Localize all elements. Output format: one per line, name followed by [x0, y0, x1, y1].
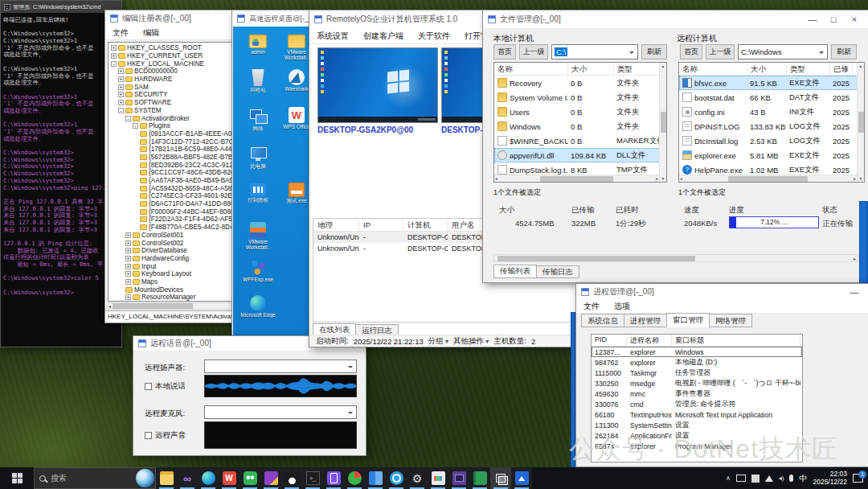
filemgr-titlebar[interactable]: 文件管理@[-_00] — □ × [483, 10, 868, 28]
registry-tree-item[interactable]: +BCD00000000 [108, 68, 242, 76]
registry-tree-item[interactable]: {F00006F2-44BC-44EF-808B-B28... [108, 208, 242, 216]
menu-item[interactable]: 选项 [607, 301, 637, 312]
column-header[interactable]: 已修 [830, 63, 853, 75]
tree-expand-icon[interactable]: + [118, 76, 124, 82]
window-switcher-icon[interactable] [490, 467, 511, 489]
registry-tree-item[interactable]: {F22D2A32-F1F4-4D62-AF5E-E5... [108, 216, 242, 224]
desktop-icon[interactable]: 回收站 [240, 69, 276, 92]
column-header[interactable]: 名称 [494, 63, 568, 75]
registry-tree-item[interactable]: {AA67AF38-4AE0-4B49-BA56-AD... [108, 177, 242, 185]
file-row[interactable]: bootstat.dat66 KBDAT文件2025 [679, 90, 864, 105]
file-explorer-icon[interactable] [156, 467, 177, 489]
tree-expand-icon[interactable]: + [125, 264, 131, 269]
registry-tree-item[interactable]: {D6AC71F0-D4A7-41DD-88C4-B... [108, 200, 242, 208]
remote-mic-select[interactable] [204, 405, 357, 419]
menu-item[interactable]: 编辑 [136, 27, 166, 39]
checkbox-icon[interactable] [145, 432, 152, 439]
tree-expand-icon[interactable]: + [111, 53, 117, 59]
terminal-icon[interactable] [302, 467, 323, 489]
column-header[interactable]: 大小 [747, 63, 787, 75]
local-horizontal-scrollbar[interactable]: ◂▸ [494, 175, 659, 182]
registry-tree-item[interactable]: +DriverDatabase [108, 247, 242, 255]
desktop-icon[interactable]: VMware Workstati.. [240, 222, 276, 250]
registry-tree-item[interactable]: +HARDWARE [108, 76, 242, 84]
tree-expand-icon[interactable]: + [125, 240, 131, 246]
remote-file-list[interactable]: 名称大小类型已修 bfsvc.exe91.5 KBEXE文件2025bootst… [678, 62, 865, 183]
remote-desktop-view[interactable]: adminVMware Workstati..回收站Wireshark网络WPS… [233, 27, 320, 364]
registry-tree-item[interactable]: -HKEY_LOCAL_MACHINE [108, 60, 242, 68]
file-row[interactable]: Windows0 B文件夹 [494, 119, 666, 134]
registry-tree-item[interactable]: {17B21A1B-6C59-48E0-A440-6B... [108, 146, 242, 154]
group-dropdown[interactable]: 分组 [428, 336, 448, 347]
minimize-button[interactable]: — [844, 284, 865, 300]
edge-icon[interactable] [198, 467, 219, 489]
registry-tree-item[interactable]: {9CC1CC97-48C6-43DB-8265-4B... [108, 169, 242, 177]
desktop-icon[interactable]: admin [240, 31, 276, 55]
tab-进程管理[interactable]: 进程管理 [624, 314, 667, 327]
tree-expand-icon[interactable]: + [118, 68, 124, 74]
tree-expand-icon[interactable]: + [118, 92, 124, 97]
tree-expand-icon[interactable]: + [118, 84, 124, 90]
visual-studio-icon[interactable] [177, 467, 198, 489]
tab-传输日志[interactable]: 传输日志 [536, 265, 579, 278]
procmgr-titlebar[interactable]: 进程管理@[-_00] — [576, 284, 868, 300]
menu-item[interactable]: 文件 [576, 301, 607, 312]
tree-expand-icon[interactable]: + [125, 232, 131, 238]
ime-pad-icon[interactable] [751, 475, 760, 483]
desktop-icon[interactable]: 网络 [240, 107, 276, 131]
registry-tree-item[interactable]: +ResourceManager [108, 294, 242, 302]
file-row[interactable]: Recovery0 B文件夹 [494, 76, 666, 90]
process-row[interactable]: 66180TextInputHostMicrosoft Text Input A… [592, 409, 802, 420]
local-vertical-scrollbar[interactable]: ▴▾ [659, 63, 666, 182]
maximize-button[interactable]: □ [823, 11, 844, 27]
tab-窗口管理[interactable]: 窗口管理 [666, 313, 710, 327]
photos-icon[interactable] [511, 467, 532, 489]
column-header[interactable]: 名称 [679, 63, 747, 75]
remote-vertical-scrollbar[interactable]: ▴▾ [857, 63, 864, 182]
process-row[interactable]: 984762explorer本地磁盘 (D:) [592, 357, 802, 368]
other-actions-dropdown[interactable]: 其他操作 [453, 336, 489, 347]
tree-expand-icon[interactable]: - [118, 108, 124, 113]
local-talk-checkbox[interactable]: 本地说话 [145, 381, 186, 392]
local-up-button[interactable]: 上一级 [519, 44, 548, 60]
registry-tree-item[interactable]: {AC59432D-8659-48C4-A584-A... [108, 184, 242, 192]
close-button[interactable]: × [844, 11, 865, 27]
menu-item[interactable]: 系统设置 [309, 31, 356, 42]
tray-overflow-icon[interactable]: ∧ [726, 475, 731, 482]
file-row[interactable]: $WINRE_BACKUP...0 BMARKER文件 [494, 134, 666, 148]
microphone-icon[interactable] [789, 475, 793, 482]
tab-系统信息[interactable]: 系统信息 [581, 314, 624, 327]
remote-control-icon[interactable] [386, 467, 407, 489]
file-row[interactable]: explorer.exe5.81 MBEXE文件2025 [679, 148, 864, 162]
display-tray-icon[interactable] [736, 475, 746, 482]
registry-tree-item[interactable]: -Plugins [108, 122, 242, 130]
rdp-titlebar[interactable]: 高速远程桌面@[-_00] [232, 10, 321, 27]
tree-expand-icon[interactable]: + [118, 100, 124, 105]
search-input[interactable]: 搜索 [34, 467, 156, 489]
registry-tree-item[interactable]: +Input [108, 262, 242, 270]
antivirus-icon[interactable] [344, 467, 365, 489]
office-app-icon[interactable] [260, 467, 281, 489]
registry-tree-item[interactable]: -SYSTEM [108, 107, 242, 115]
notebook-icon[interactable] [469, 467, 490, 489]
registry-tree-item[interactable]: {0913ACCF-B1AB-4EEE-A0C7-F4... [108, 130, 242, 138]
column-header[interactable]: 大小 [568, 63, 614, 75]
registry-tree-item[interactable]: +Keyboard Layout [108, 270, 242, 278]
tree-expand-icon[interactable]: - [111, 61, 117, 67]
tree-expand-icon[interactable]: + [125, 248, 131, 253]
minimize-button[interactable]: — [802, 11, 823, 27]
volume-icon[interactable]: ◂) [779, 475, 784, 482]
wps-office-icon[interactable] [219, 467, 240, 489]
registry-tree-item[interactable]: {C2745EC3-CF23-4601-92EF-D1... [108, 192, 242, 200]
registry-tree-item[interactable]: +SOFTWARE [108, 99, 242, 107]
local-home-button[interactable]: 首页 [493, 44, 516, 60]
file-manager-window[interactable]: 文件管理@[-_00] — □ × 本地计算机 首页 上一级 C:\ 刷新 名称… [482, 10, 868, 283]
remote-speaker-select[interactable] [204, 360, 357, 373]
file-row[interactable]: config.ini43 BINI文件2025 [679, 105, 864, 119]
remote-home-button[interactable]: 首页 [680, 44, 702, 60]
network-icon[interactable] [765, 475, 773, 482]
registry-titlebar[interactable]: 编辑注册表@[-_00] [105, 10, 245, 27]
desktop-icon[interactable]: WPFExp.exe [240, 258, 276, 282]
process-row[interactable]: 459630mmc事件查看器 [592, 388, 802, 399]
registry-tree-item[interactable]: +HKEY_CLASSES_ROOT [108, 44, 242, 52]
